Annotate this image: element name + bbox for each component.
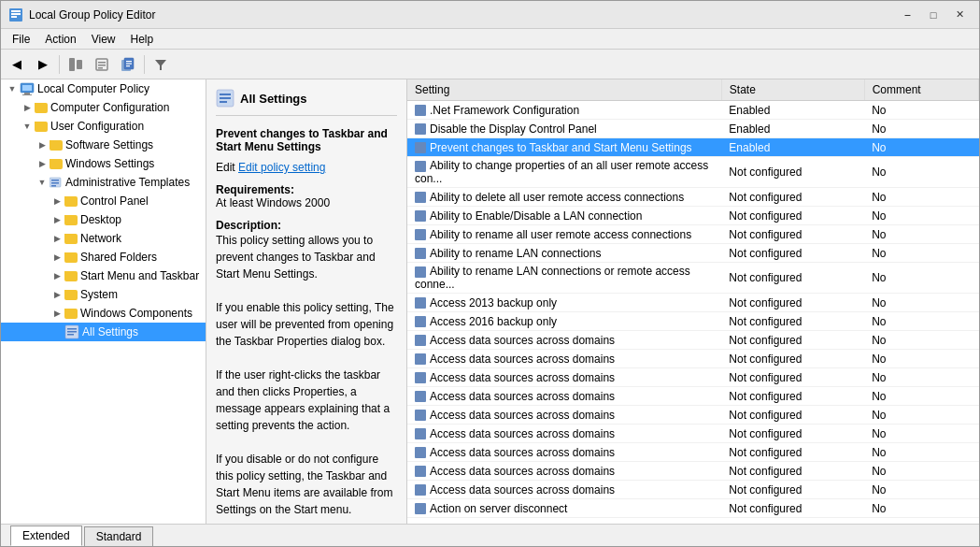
tree-item-system[interactable]: ▶ System <box>1 285 206 304</box>
minimize-button[interactable]: ‒ <box>895 6 919 24</box>
tab-standard[interactable]: Standard <box>84 526 154 546</box>
maximize-button[interactable]: □ <box>921 6 945 24</box>
comment-cell: No <box>864 462 978 481</box>
expander-software: ▶ <box>35 140 50 150</box>
menu-file[interactable]: File <box>5 31 37 48</box>
title-bar: Local Group Policy Editor ‒ □ ✕ <box>1 1 979 29</box>
col-comment[interactable]: Comment <box>864 79 978 101</box>
setting-row-icon <box>415 248 426 259</box>
show-hide-button[interactable] <box>64 53 88 76</box>
setting-cell: Ability to delete all user remote access… <box>407 188 721 207</box>
table-row[interactable]: Disable the Display Control PanelEnabled… <box>407 120 979 138</box>
tree-item-all-settings[interactable]: All Settings <box>1 323 206 341</box>
table-row[interactable]: Access data sources across domainsNot co… <box>407 350 979 368</box>
main-window: Local Group Policy Editor ‒ □ ✕ File Act… <box>0 0 980 547</box>
settings-table: Setting State Comment .Net Framework Con… <box>407 79 979 518</box>
setting-cell: Action on server disconnect <box>407 499 721 518</box>
table-row[interactable]: Access data sources across domainsNot co… <box>407 406 979 425</box>
export-button[interactable] <box>116 53 140 76</box>
tree-item-windows-components[interactable]: ▶ Windows Components <box>1 304 206 323</box>
tree-item-user-configuration[interactable]: ▼ User Configuration <box>1 117 206 136</box>
setting-row-icon <box>415 142 426 153</box>
comment-cell: No <box>864 101 978 120</box>
tree-item-start-menu[interactable]: ▶ Start Menu and Taskbar <box>1 266 206 285</box>
expander-shared: ▶ <box>50 252 64 262</box>
tree-panel: ▼ Local Computer Policy ▶ Computer Confi… <box>1 79 206 524</box>
properties-button[interactable] <box>90 53 114 76</box>
tree-item-computer-configuration[interactable]: ▶ Computer Configuration <box>1 98 206 117</box>
state-cell: Not configured <box>721 406 864 425</box>
table-row[interactable]: Ability to rename LAN connections or rem… <box>407 263 979 294</box>
table-row[interactable]: Ability to change properties of an all u… <box>407 157 979 188</box>
state-cell: Not configured <box>721 368 864 387</box>
comment-cell: No <box>864 443 978 462</box>
setting-cell: Ability to rename LAN connections or rem… <box>407 263 721 294</box>
table-row[interactable]: Access data sources across domainsNot co… <box>407 387 979 406</box>
close-button[interactable]: ✕ <box>947 6 972 24</box>
folder-icon-control-panel <box>64 196 78 207</box>
table-row[interactable]: Access data sources across domainsNot co… <box>407 331 979 350</box>
tree-item-admin-templates[interactable]: ▼ Administrative Templates <box>1 173 206 192</box>
edit-policy-link[interactable]: Edit policy setting <box>238 161 325 174</box>
state-cell: Not configured <box>721 244 864 263</box>
setting-row-icon <box>415 353 426 365</box>
menu-help[interactable]: Help <box>123 31 162 48</box>
menu-view[interactable]: View <box>84 31 123 48</box>
state-cell: Not configured <box>721 499 864 518</box>
table-row[interactable]: Action on server disconnectNot configure… <box>407 499 979 518</box>
table-row[interactable]: Ability to rename all user remote access… <box>407 225 979 244</box>
setting-row-icon <box>415 447 426 458</box>
expander-all-settings <box>50 327 64 337</box>
back-button[interactable]: ◀ <box>5 53 29 76</box>
table-row[interactable]: Access data sources across domainsNot co… <box>407 443 979 462</box>
menu-action[interactable]: Action <box>37 31 83 48</box>
table-row[interactable]: Access data sources across domainsNot co… <box>407 462 979 481</box>
svg-rect-8 <box>98 65 106 66</box>
comment-cell: No <box>864 368 978 387</box>
tree-item-windows-settings[interactable]: ▶ Windows Settings <box>1 154 206 173</box>
tree-item-local-computer-policy[interactable]: ▼ Local Computer Policy <box>1 79 206 98</box>
edit-section: Edit Edit policy setting <box>216 161 397 174</box>
description-text: This policy setting allows you to preven… <box>216 232 397 518</box>
col-state[interactable]: State <box>721 79 864 101</box>
col-setting[interactable]: Setting <box>407 79 721 101</box>
expander-local: ▼ <box>5 84 20 94</box>
panel-header: All Settings <box>216 89 397 116</box>
tree-item-network[interactable]: ▶ Network <box>1 229 206 248</box>
table-row[interactable]: Ability to rename LAN connectionsNot con… <box>407 244 979 263</box>
table-row[interactable]: .Net Framework ConfigurationEnabledNo <box>407 101 979 120</box>
table-row[interactable]: Access 2016 backup onlyNot configuredNo <box>407 312 979 331</box>
table-row[interactable]: Ability to Enable/Disable a LAN connecti… <box>407 207 979 225</box>
state-cell: Not configured <box>721 294 864 312</box>
filter-button[interactable] <box>149 53 173 76</box>
expander-windows-components: ▶ <box>50 309 64 318</box>
requirements-label: Requirements: <box>216 183 397 196</box>
table-row[interactable]: Access data sources across domainsNot co… <box>407 368 979 387</box>
tab-extended[interactable]: Extended <box>10 525 82 546</box>
tree-item-desktop[interactable]: ▶ Desktop <box>1 210 206 229</box>
setting-row-icon <box>415 266 426 278</box>
setting-row-icon <box>415 192 426 203</box>
folder-icon-shared <box>64 252 78 263</box>
table-row[interactable]: Access data sources across domainsNot co… <box>407 481 979 499</box>
svg-rect-22 <box>51 182 59 184</box>
tree-label-network: Network <box>80 232 121 245</box>
table-row[interactable]: Access 2013 backup onlyNot configuredNo <box>407 294 979 312</box>
svg-rect-12 <box>126 61 132 62</box>
settings-scroll[interactable]: Setting State Comment .Net Framework Con… <box>407 79 979 524</box>
state-cell: Not configured <box>721 462 864 481</box>
setting-cell: Ability to rename LAN connections <box>407 244 721 263</box>
table-row[interactable]: Ability to delete all user remote access… <box>407 188 979 207</box>
table-row[interactable]: Access data sources across domainsNot co… <box>407 425 979 443</box>
table-row[interactable]: Prevent changes to Taskbar and Start Men… <box>407 138 979 157</box>
tree-item-software-settings[interactable]: ▶ Software Settings <box>1 136 206 154</box>
folder-icon-user <box>35 122 48 132</box>
svg-rect-18 <box>24 93 30 94</box>
computer-icon <box>20 81 35 96</box>
svg-rect-1 <box>11 10 21 12</box>
tree-item-shared-folders[interactable]: ▶ Shared Folders <box>1 248 206 266</box>
forward-button[interactable]: ▶ <box>31 53 55 76</box>
tree-label-control-panel: Control Panel <box>80 194 149 208</box>
tree-item-control-panel[interactable]: ▶ Control Panel <box>1 192 206 210</box>
comment-cell: No <box>864 207 978 225</box>
